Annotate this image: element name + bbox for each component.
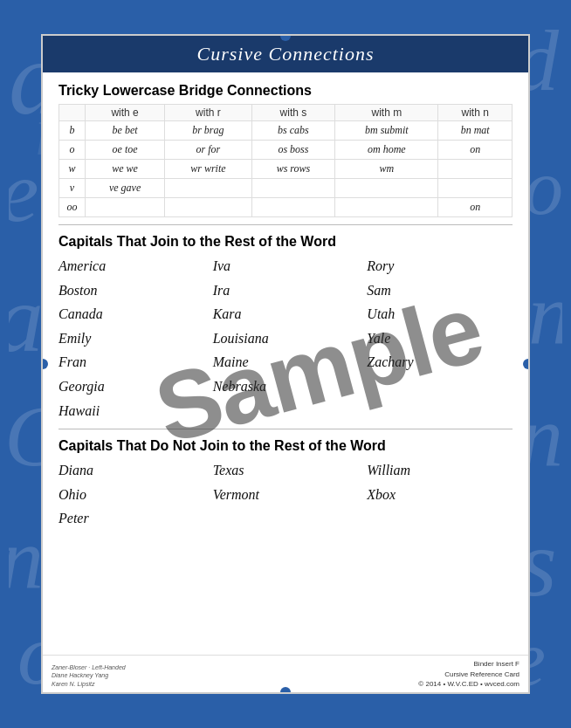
tricky-section: Tricky Lowercase Bridge Connections with…	[58, 83, 513, 217]
col-header-with-e: with e	[86, 105, 165, 121]
footer-right: Binder Insert F Cursive Reference Card ©…	[418, 659, 519, 689]
cell-o-n: on	[438, 141, 513, 160]
capitals-join-list: America Iva Rory Boston Ira Sam Canada K…	[58, 255, 513, 422]
list-item: Rory	[367, 255, 513, 278]
tricky-table: with e with r with s with m with n b be …	[58, 104, 513, 217]
table-row: oo on	[59, 198, 513, 217]
list-item: Ira	[213, 279, 359, 302]
cell-w-n	[438, 160, 513, 179]
cell-be-m: bm submit	[335, 121, 438, 141]
cell-v-s	[251, 179, 335, 198]
row-letter: oo	[59, 198, 86, 217]
list-item: Vermont	[213, 484, 359, 506]
tricky-title: Tricky Lowercase Bridge Connections	[58, 83, 513, 99]
capitals-join-title: Capitals That Join to the Rest of the Wo…	[58, 234, 513, 250]
col-header-with-s: with s	[251, 105, 335, 121]
col-header-with-n: with n	[438, 105, 513, 121]
cell-oo-s	[251, 198, 335, 217]
list-item	[367, 507, 513, 530]
list-item: Iva	[213, 255, 359, 278]
cell-o-s: os boss	[251, 141, 335, 160]
list-item	[367, 375, 513, 398]
divider-1	[58, 224, 513, 225]
col-header-letter	[59, 105, 86, 121]
list-item: Diana	[58, 459, 204, 482]
list-item: Sam	[367, 279, 513, 302]
list-item: Nebraska	[213, 375, 359, 398]
cell-w-e: we we	[86, 160, 165, 179]
cell-be-n: bn mat	[438, 121, 513, 141]
list-item: Yale	[367, 327, 513, 350]
cell-oo-m	[335, 198, 438, 217]
cell-v-m	[335, 179, 438, 198]
list-item	[213, 400, 359, 422]
list-item: Peter	[58, 507, 204, 530]
row-letter: w	[59, 160, 86, 179]
list-item: Canada	[58, 303, 204, 326]
table-row: w we we wr write ws rows wm	[59, 160, 513, 179]
cell-v-r	[165, 179, 251, 198]
footer-right-line2: Cursive Reference Card	[418, 670, 519, 679]
cell-oo-r	[165, 198, 251, 217]
row-letter: b	[59, 121, 86, 141]
capitals-join-section: Capitals That Join to the Rest of the Wo…	[58, 234, 513, 422]
list-item: Xbox	[367, 484, 513, 506]
footer-right-line3: © 2014 • W.V.C.ED • wvced.com	[418, 679, 519, 689]
list-item: William	[367, 459, 513, 482]
list-item: Texas	[213, 459, 359, 482]
footer-line3: Karen N. Lipsitz	[52, 680, 126, 689]
row-letter: v	[59, 179, 86, 198]
cell-w-s: ws rows	[251, 160, 335, 179]
list-item: Utah	[367, 303, 513, 326]
cell-w-m: wm	[335, 160, 438, 179]
list-item: Ohio	[58, 484, 204, 506]
footer-line1: Zaner-Bloser · Left-Handed	[52, 663, 126, 672]
cell-o-e: oe toe	[86, 141, 165, 160]
col-header-with-r: with r	[165, 105, 251, 121]
cell-v-e: ve gave	[86, 179, 165, 198]
capitals-nojoin-list: Diana Texas William Ohio Vermont Xbox Pe…	[58, 459, 513, 530]
list-item: Emily	[58, 327, 204, 350]
list-item: Zachary	[367, 351, 513, 374]
card: Sample Cursive Connections Tricky Lowerc…	[41, 34, 530, 694]
cell-be-s: bs cabs	[251, 121, 335, 141]
card-header: Cursive Connections	[43, 36, 528, 72]
cell-be-r: br brag	[165, 121, 251, 141]
list-item: Maine	[213, 351, 359, 374]
list-item: Kara	[213, 303, 359, 326]
hole-right	[523, 359, 530, 369]
list-item: Fran	[58, 351, 204, 374]
capitals-nojoin-section: Capitals That Do Not Join to the Rest of…	[58, 438, 513, 530]
cell-o-m: om home	[335, 141, 438, 160]
footer-left: Zaner-Bloser · Left-Handed Diane Hackney…	[52, 663, 126, 689]
card-body: Tricky Lowercase Bridge Connections with…	[43, 72, 528, 655]
list-item: America	[58, 255, 204, 278]
cell-v-n	[438, 179, 513, 198]
cell-w-r: wr write	[165, 160, 251, 179]
list-item: Boston	[58, 279, 204, 302]
cell-o-r: or for	[165, 141, 251, 160]
list-item	[367, 400, 513, 422]
outer-border: a d o n e a C n n s o e r i Sample Cursi…	[9, 9, 562, 719]
table-header-row: with e with r with s with m with n	[59, 105, 513, 121]
cell-oo-e	[86, 198, 165, 217]
list-item: Hawaii	[58, 400, 204, 422]
capitals-nojoin-title: Capitals That Do Not Join to the Rest of…	[58, 438, 513, 454]
footer-right-line1: Binder Insert F	[418, 659, 519, 669]
list-item	[213, 507, 359, 530]
cell-be-e: be bet	[86, 121, 165, 141]
row-letter: o	[59, 141, 86, 160]
hole-bottom	[280, 687, 291, 694]
table-row: o oe toe or for os boss om home on	[59, 141, 513, 160]
card-title: Cursive Connections	[57, 43, 514, 65]
table-row: v ve gave	[59, 179, 513, 198]
table-row: b be bet br brag bs cabs bm submit bn ma…	[59, 121, 513, 141]
divider-2	[58, 429, 513, 429]
cell-oo-n: on	[438, 198, 513, 217]
list-item: Georgia	[58, 375, 204, 398]
col-header-with-m: with m	[335, 105, 438, 121]
footer-line2: Diane Hackney Yang	[52, 671, 126, 680]
list-item: Louisiana	[213, 327, 359, 350]
